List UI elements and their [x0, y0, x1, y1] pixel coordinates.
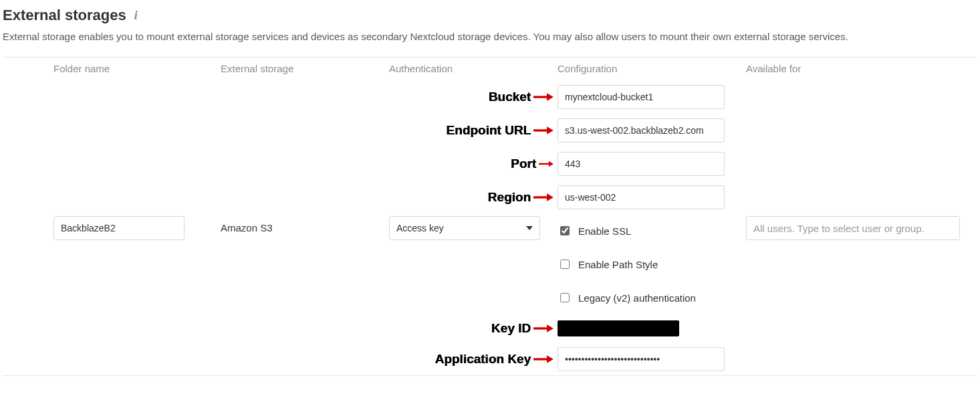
arrow-icon [533, 192, 554, 203]
col-header-config: Configuration [558, 63, 746, 74]
enable-ssl-row[interactable]: Enable SSL [558, 219, 631, 243]
legacy-auth-row[interactable]: Legacy (v2) authentication [558, 286, 696, 310]
enable-ssl-checkbox[interactable] [560, 226, 570, 235]
page-title-text: External storages [3, 7, 126, 24]
annotation-key-id: Key ID [491, 321, 554, 336]
backend-label: Amazon S3 [221, 222, 273, 233]
port-input[interactable] [558, 152, 725, 176]
arrow-icon [533, 323, 554, 334]
available-for-input[interactable]: All users. Type to select user or group. [746, 216, 960, 240]
col-header-backend: External storage [221, 63, 389, 74]
key-id-input[interactable] [558, 320, 679, 336]
col-header-folder: Folder name [53, 63, 221, 74]
hostname-input[interactable] [558, 118, 725, 142]
annotation-endpoint: Endpoint URL [446, 123, 554, 138]
col-header-available: Available for [746, 63, 977, 74]
mount-row: Amazon S3 Access key Bucket [3, 81, 977, 375]
page-description: External storage enables you to mount ex… [3, 31, 977, 42]
bucket-input[interactable] [558, 85, 725, 109]
auth-mechanism-select[interactable]: Access key [389, 216, 540, 240]
region-input[interactable] [558, 185, 725, 209]
arrow-icon [533, 92, 554, 102]
folder-name-input[interactable] [53, 216, 185, 240]
annotation-app-key: Application Key [435, 352, 554, 367]
annotation-port: Port [511, 157, 554, 171]
col-header-auth: Authentication [389, 63, 558, 74]
enable-ssl-label: Enable SSL [578, 225, 631, 237]
annotation-region: Region [488, 190, 554, 205]
page-title: External storages i [3, 7, 977, 24]
table-header: Folder name External storage Authenticat… [3, 58, 977, 81]
app-key-input[interactable] [558, 347, 725, 371]
external-storage-table: Folder name External storage Authenticat… [3, 57, 977, 376]
legacy-auth-label: Legacy (v2) authentication [578, 292, 696, 304]
enable-path-style-row[interactable]: Enable Path Style [558, 252, 658, 276]
arrow-icon [533, 125, 554, 136]
auth-mechanism-value: Access key [396, 223, 444, 233]
annotation-bucket: Bucket [489, 90, 554, 104]
info-icon[interactable]: i [134, 9, 138, 21]
enable-path-style-checkbox[interactable] [560, 260, 570, 269]
arrow-icon [539, 159, 554, 169]
legacy-auth-checkbox[interactable] [560, 293, 570, 302]
enable-path-style-label: Enable Path Style [578, 259, 658, 270]
chevron-down-icon [526, 226, 533, 230]
arrow-icon [533, 354, 554, 365]
